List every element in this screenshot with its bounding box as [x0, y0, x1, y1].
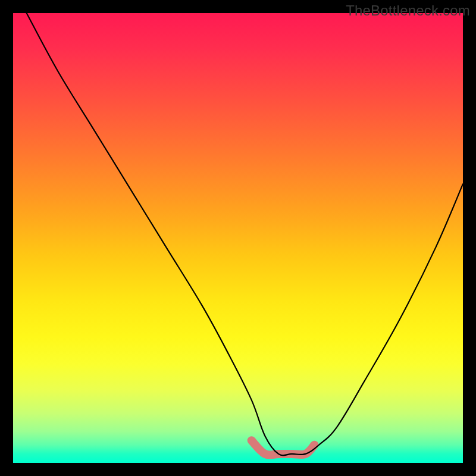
highlight-segment	[252, 440, 315, 455]
watermark-text: TheBottleneck.com	[346, 2, 470, 19]
curve-svg	[13, 13, 463, 463]
plot-area	[13, 13, 463, 463]
bottleneck-curve	[27, 13, 463, 455]
chart-frame: TheBottleneck.com	[0, 0, 476, 476]
